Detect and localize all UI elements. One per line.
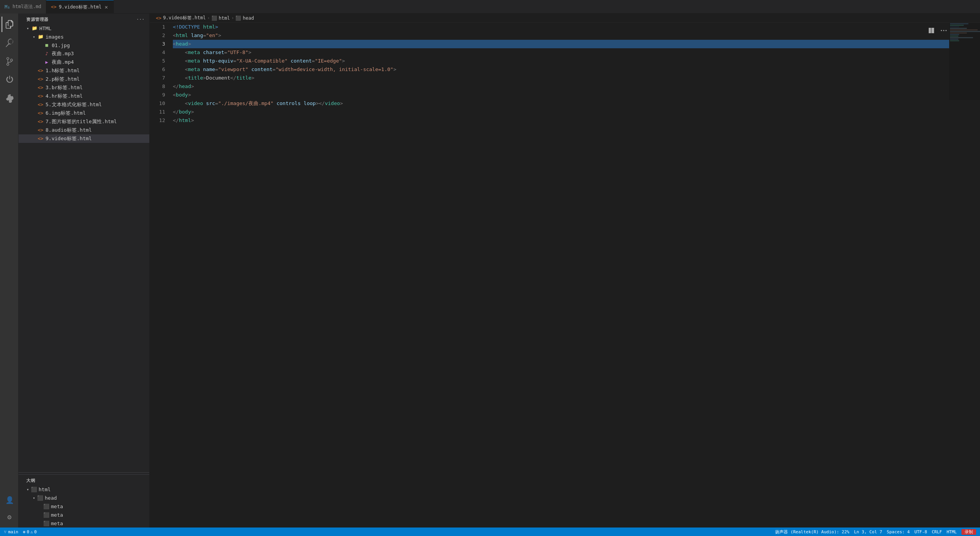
code-str2: "width=device-width, initial-scale=1.0" [275,65,393,74]
file-7title[interactable]: <> 7.图片标签的title属性.html [19,117,149,126]
folder-html[interactable]: ▾ 📁 HTML [19,24,149,32]
minimap-line [950,34,959,35]
file-2p[interactable]: <> 2.p标签.html [19,75,149,83]
line-num-4: 4 [150,48,165,57]
code-punct: </ [173,108,179,116]
chevron-down-icon: ▾ [31,35,37,39]
status-encoding[interactable]: UTF-8 [914,529,927,534]
outline-item-meta2[interactable]: ⬛ meta [19,511,149,519]
outline-item-meta3[interactable]: ⬛ meta [19,519,149,528]
code-gt10b: > [340,99,343,108]
line-num-1: 1 [150,23,165,31]
status-left: ⑂ main ⊗ 0 ⚠ 0 [4,529,37,534]
breadcrumb-filename[interactable]: 9.video标签.html [163,15,206,21]
code-lt7: </ [230,74,237,82]
sidebar: 资源管理器 ··· ▾ 📁 HTML ▾ 📁 images ■ [19,14,150,528]
status-audio[interactable]: 扬声器 (Realtek(R) Audio): 22% [775,529,849,535]
line-num-12: 12 [150,116,165,125]
line-num-6: 6 [150,65,165,74]
breadcrumb: <> 9.video标签.html › ⬛ html › ⬛ head [150,14,980,23]
activity-search[interactable] [2,35,17,51]
code-tag: meta [188,65,200,74]
code-gt: > [215,23,218,31]
status-errors[interactable]: ⊗ 0 ⚠ 0 [23,529,37,534]
code-gt7: > [203,74,206,82]
code-tag: head [179,82,191,91]
tab-video-tag[interactable]: <> 9.video标签.html ✕ [46,0,114,14]
file-6img[interactable]: <> 6.img标签.html [19,109,149,117]
file-01jpg-label: 01.jpg [52,42,70,48]
tab-html-syntax[interactable]: M↓ html语法.md [0,0,46,14]
chevron-down-icon: ▾ [31,496,37,500]
code-gt12: > [191,116,194,125]
file-mp3[interactable]: ♪ 夜曲.mp3 [19,49,149,58]
code-str: "UTF-8" [227,48,248,57]
status-record[interactable]: 录制 [961,529,976,535]
code-punct: </ [173,82,179,91]
file-1h[interactable]: <> 1.h标签.html [19,66,149,75]
file-2p-label: 2.p标签.html [46,76,80,83]
activity-explorer[interactable] [2,17,17,32]
folder-images[interactable]: ▾ 📁 images [19,32,149,41]
code-punct: < [173,40,176,48]
status-git[interactable]: ⑂ main [4,529,19,534]
breadcrumb-sep1: › [207,15,210,20]
file-01jpg[interactable]: ■ 01.jpg [19,41,149,49]
code-line-5: <meta http-equiv="X-UA-Compatible" conte… [173,57,949,65]
activity-extensions[interactable] [2,91,17,106]
outline-title: 大纲 [26,478,35,483]
error-icon: ⊗ [23,529,26,534]
minimap-line [950,31,980,32]
file-jpg-icon: ■ [43,42,50,48]
code-gt10: ></ [316,99,324,108]
file-9video[interactable]: <> 9.video标签.html [19,134,149,143]
split-editor-button[interactable] [926,25,937,36]
code-punct: < [185,65,188,74]
code-eq: = [215,65,218,74]
outline-item-html[interactable]: ▾ ⬛ html [19,485,149,494]
tab-html-icon: <> [51,4,56,10]
code-line-12: </html> [173,116,949,125]
activity-settings[interactable]: ⚙ [2,509,17,524]
sidebar-more-icon[interactable]: ··· [136,17,145,22]
svg-point-2 [946,30,947,31]
code-editor[interactable]: <!DOCTYPE html> <html lang="en"> <head> … [169,23,949,528]
svg-point-1 [943,30,945,31]
status-line-ending[interactable]: CRLF [932,529,942,534]
file-mp4-label: 夜曲.mp4 [52,59,74,66]
outline-item-meta1[interactable]: ⬛ meta [19,502,149,511]
outline-item-head[interactable]: ▾ ⬛ head [19,494,149,502]
breadcrumb-html[interactable]: html [219,15,230,21]
file-mp4[interactable]: ▶ 夜曲.mp4 [19,58,149,66]
file-8audio-label: 8.audio标签.html [46,127,92,134]
file-mp4-icon: ▶ [43,59,50,65]
outline-box-icon: ⬛ [31,487,37,492]
status-language[interactable]: HTML [947,529,957,534]
more-actions-button[interactable] [938,25,949,36]
file-8audio[interactable]: <> 8.audio标签.html [19,126,149,134]
activity-git[interactable] [2,54,17,69]
code-line-10: <video src="./images/夜曲.mp4" controls lo… [173,99,949,108]
status-ln-col[interactable]: Ln 3, Col 7 [854,529,882,534]
file-5text[interactable]: <> 5.文本格式化标签.html [19,100,149,109]
status-spaces[interactable]: Spaces: 4 [887,529,910,534]
editor-toolbar [926,25,949,36]
code-gt8: > [191,82,194,91]
activity-debug[interactable] [2,72,17,88]
file-4hr[interactable]: <> 4.hr标签.html [19,92,149,100]
code-attr2: content [248,65,273,74]
file-3br[interactable]: <> 3.br标签.html [19,83,149,92]
minimap-line [950,37,973,38]
breadcrumb-head[interactable]: head [243,15,254,21]
outline-box-icon: ⬛ [43,521,49,526]
outline-box-icon: ⬛ [43,504,49,509]
code-attr3: loop [301,99,316,108]
code-gt3: > [188,40,191,48]
minimap-line [950,32,967,34]
code-str: "X-UA-Compatible" [236,57,287,65]
activity-account[interactable]: 👤 [2,492,17,507]
code-gt6: > [393,65,396,74]
folder-icon: 📁 [31,25,38,31]
file-4hr-label: 4.hr标签.html [46,93,83,100]
tab-close-button[interactable]: ✕ [104,4,108,10]
